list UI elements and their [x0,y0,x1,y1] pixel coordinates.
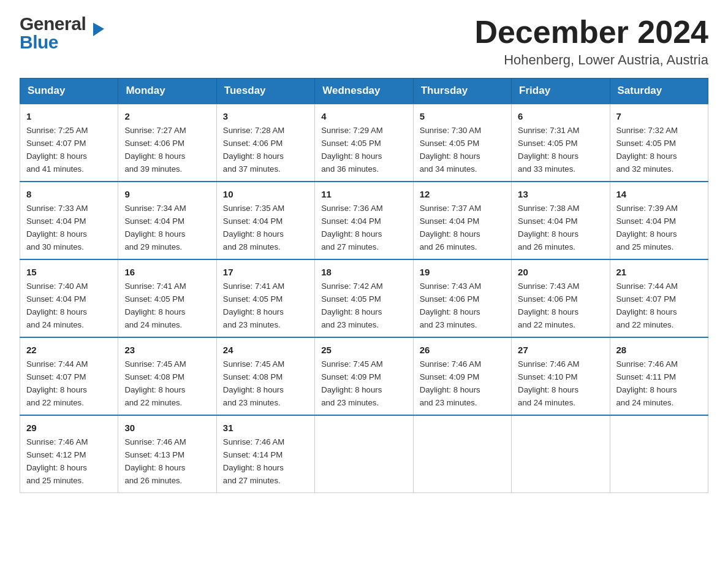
weekday-header-thursday: Thursday [413,79,511,104]
calendar-cell: 7Sunrise: 7:32 AMSunset: 4:05 PMDaylight… [610,104,708,182]
day-number: 4 [321,109,406,123]
day-info: Sunrise: 7:32 AMSunset: 4:05 PMDaylight:… [616,126,678,174]
calendar-cell: 21Sunrise: 7:44 AMSunset: 4:07 PMDayligh… [610,259,708,337]
calendar-week-2: 8Sunrise: 7:33 AMSunset: 4:04 PMDaylight… [20,182,708,259]
day-info: Sunrise: 7:33 AMSunset: 4:04 PMDaylight:… [26,204,88,251]
day-info: Sunrise: 7:28 AMSunset: 4:06 PMDaylight:… [223,126,284,174]
day-info: Sunrise: 7:46 AMSunset: 4:11 PMDaylight:… [616,359,678,407]
calendar-week-5: 29Sunrise: 7:46 AMSunset: 4:12 PMDayligh… [20,415,708,492]
day-info: Sunrise: 7:45 AMSunset: 4:08 PMDaylight:… [223,359,284,407]
day-info: Sunrise: 7:41 AMSunset: 4:05 PMDaylight:… [124,282,186,329]
day-number: 24 [223,343,308,357]
day-number: 8 [26,187,112,201]
calendar-cell: 24Sunrise: 7:45 AMSunset: 4:08 PMDayligh… [216,337,314,415]
day-info: Sunrise: 7:38 AMSunset: 4:04 PMDaylight:… [518,204,579,251]
day-number: 2 [124,109,210,123]
day-info: Sunrise: 7:36 AMSunset: 4:04 PMDaylight:… [321,204,382,251]
calendar-cell: 29Sunrise: 7:46 AMSunset: 4:12 PMDayligh… [20,415,118,492]
calendar-cell: 19Sunrise: 7:43 AMSunset: 4:06 PMDayligh… [413,259,511,337]
day-info: Sunrise: 7:45 AMSunset: 4:08 PMDaylight:… [124,359,186,407]
calendar-cell: 1Sunrise: 7:25 AMSunset: 4:07 PMDaylight… [20,104,118,182]
day-info: Sunrise: 7:43 AMSunset: 4:06 PMDaylight:… [518,282,579,329]
calendar-week-3: 15Sunrise: 7:40 AMSunset: 4:04 PMDayligh… [20,259,708,337]
calendar-cell: 20Sunrise: 7:43 AMSunset: 4:06 PMDayligh… [512,259,610,337]
day-info: Sunrise: 7:44 AMSunset: 4:07 PMDaylight:… [26,359,88,407]
day-info: Sunrise: 7:31 AMSunset: 4:05 PMDaylight:… [518,126,579,174]
calendar-cell [610,415,708,492]
day-info: Sunrise: 7:30 AMSunset: 4:05 PMDaylight:… [420,126,481,174]
day-number: 20 [518,265,603,279]
day-number: 13 [518,187,603,201]
calendar-cell: 6Sunrise: 7:31 AMSunset: 4:05 PMDaylight… [512,104,610,182]
day-number: 29 [26,421,112,435]
weekday-header-friday: Friday [512,79,610,104]
day-number: 21 [616,265,702,279]
calendar-cell: 15Sunrise: 7:40 AMSunset: 4:04 PMDayligh… [20,259,118,337]
location-subtitle: Hohenberg, Lower Austria, Austria [474,52,708,68]
day-number: 10 [223,187,308,201]
calendar-cell: 10Sunrise: 7:35 AMSunset: 4:04 PMDayligh… [216,182,314,259]
day-info: Sunrise: 7:29 AMSunset: 4:05 PMDaylight:… [321,126,382,174]
calendar-week-1: 1Sunrise: 7:25 AMSunset: 4:07 PMDaylight… [20,104,708,182]
day-info: Sunrise: 7:40 AMSunset: 4:04 PMDaylight:… [26,282,88,329]
day-number: 14 [616,187,702,201]
calendar-cell: 4Sunrise: 7:29 AMSunset: 4:05 PMDaylight… [315,104,413,182]
calendar-cell: 26Sunrise: 7:46 AMSunset: 4:09 PMDayligh… [413,337,511,415]
calendar-cell: 2Sunrise: 7:27 AMSunset: 4:06 PMDaylight… [118,104,216,182]
day-info: Sunrise: 7:37 AMSunset: 4:04 PMDaylight:… [420,204,481,251]
day-number: 26 [420,343,505,357]
calendar-cell: 25Sunrise: 7:45 AMSunset: 4:09 PMDayligh… [315,337,413,415]
day-number: 16 [124,265,210,279]
day-number: 3 [223,109,308,123]
logo: General Blue [20,15,93,52]
day-number: 1 [26,109,112,123]
calendar-cell: 31Sunrise: 7:46 AMSunset: 4:14 PMDayligh… [216,415,314,492]
calendar-cell: 22Sunrise: 7:44 AMSunset: 4:07 PMDayligh… [20,337,118,415]
day-info: Sunrise: 7:44 AMSunset: 4:07 PMDaylight:… [616,282,678,329]
calendar-week-4: 22Sunrise: 7:44 AMSunset: 4:07 PMDayligh… [20,337,708,415]
calendar-table: SundayMondayTuesdayWednesdayThursdayFrid… [20,78,708,493]
day-info: Sunrise: 7:46 AMSunset: 4:14 PMDaylight:… [223,437,284,485]
day-info: Sunrise: 7:41 AMSunset: 4:05 PMDaylight:… [223,282,284,329]
weekday-header-tuesday: Tuesday [216,79,314,104]
day-info: Sunrise: 7:45 AMSunset: 4:09 PMDaylight:… [321,359,382,407]
day-info: Sunrise: 7:25 AMSunset: 4:07 PMDaylight:… [26,126,88,174]
day-number: 28 [616,343,702,357]
calendar-cell: 18Sunrise: 7:42 AMSunset: 4:05 PMDayligh… [315,259,413,337]
day-info: Sunrise: 7:46 AMSunset: 4:09 PMDaylight:… [420,359,481,407]
calendar-cell: 5Sunrise: 7:30 AMSunset: 4:05 PMDaylight… [413,104,511,182]
calendar-cell [413,415,511,492]
month-title: December 2024 [474,15,708,50]
calendar-cell: 12Sunrise: 7:37 AMSunset: 4:04 PMDayligh… [413,182,511,259]
day-number: 19 [420,265,505,279]
day-number: 7 [616,109,702,123]
weekday-header-row: SundayMondayTuesdayWednesdayThursdayFrid… [20,79,708,104]
calendar-cell: 9Sunrise: 7:34 AMSunset: 4:04 PMDaylight… [118,182,216,259]
day-number: 9 [124,187,210,201]
day-number: 11 [321,187,406,201]
calendar-cell: 14Sunrise: 7:39 AMSunset: 4:04 PMDayligh… [610,182,708,259]
title-area: December 2024 Hohenberg, Lower Austria, … [474,15,708,68]
day-number: 5 [420,109,505,123]
weekday-header-saturday: Saturday [610,79,708,104]
day-number: 18 [321,265,406,279]
calendar-cell: 17Sunrise: 7:41 AMSunset: 4:05 PMDayligh… [216,259,314,337]
day-number: 17 [223,265,308,279]
logo-general: General [20,15,86,33]
day-number: 31 [223,421,308,435]
calendar-cell: 28Sunrise: 7:46 AMSunset: 4:11 PMDayligh… [610,337,708,415]
logo-blue: Blue [20,32,58,52]
day-number: 12 [420,187,505,201]
day-info: Sunrise: 7:34 AMSunset: 4:04 PMDaylight:… [124,204,186,251]
page-header: General Blue December 2024 Hohenberg, Lo… [20,15,708,68]
day-info: Sunrise: 7:46 AMSunset: 4:10 PMDaylight:… [518,359,579,407]
day-info: Sunrise: 7:39 AMSunset: 4:04 PMDaylight:… [616,204,678,251]
calendar-cell: 3Sunrise: 7:28 AMSunset: 4:06 PMDaylight… [216,104,314,182]
calendar-cell: 8Sunrise: 7:33 AMSunset: 4:04 PMDaylight… [20,182,118,259]
weekday-header-sunday: Sunday [20,79,118,104]
calendar-cell: 30Sunrise: 7:46 AMSunset: 4:13 PMDayligh… [118,415,216,492]
day-info: Sunrise: 7:42 AMSunset: 4:05 PMDaylight:… [321,282,382,329]
calendar-cell: 11Sunrise: 7:36 AMSunset: 4:04 PMDayligh… [315,182,413,259]
calendar-cell [315,415,413,492]
day-info: Sunrise: 7:43 AMSunset: 4:06 PMDaylight:… [420,282,481,329]
